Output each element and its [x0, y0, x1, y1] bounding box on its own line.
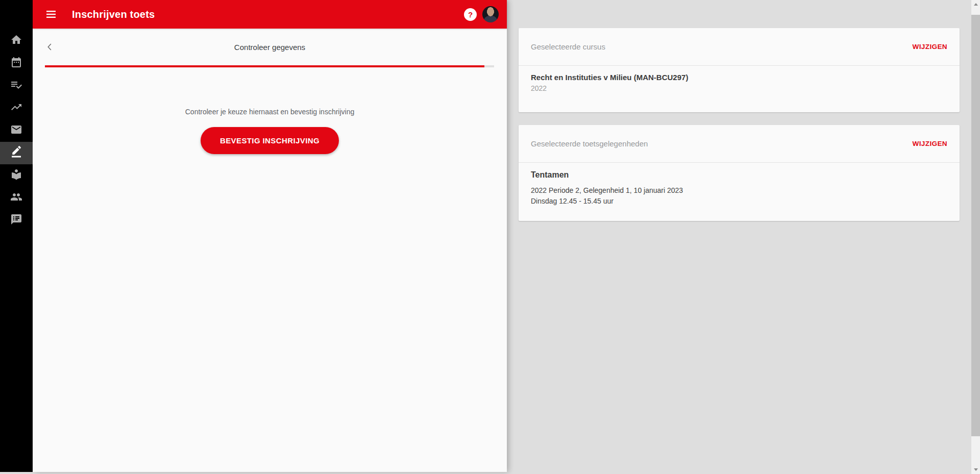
trending-up-icon — [10, 101, 22, 115]
user-avatar[interactable] — [482, 6, 499, 22]
exam-date: 2022 Periode 2, Gelegenheid 1, 10 januar… — [531, 185, 947, 196]
selected-course-body: Recht en Instituties v Milieu (MAN-BCU29… — [519, 66, 960, 112]
course-name: Recht en Instituties v Milieu (MAN-BCU29… — [531, 72, 947, 83]
wizard-body: Controleer je keuze hiernaast en bevesti… — [33, 67, 507, 154]
selected-exam-card-header: Geselecteerde toetsgelegenheden WIJZIGEN — [519, 125, 960, 163]
selected-exam-card: Geselecteerde toetsgelegenheden WIJZIGEN… — [519, 125, 960, 221]
sidebar-item-results[interactable] — [0, 97, 33, 119]
sidebar-item-library[interactable] — [0, 164, 33, 187]
main-content: Inschrijven toets ? Controleer gegevens … — [33, 0, 507, 472]
scrollbar-thumb[interactable] — [971, 15, 980, 436]
change-course-button[interactable]: WIJZIGEN — [913, 43, 947, 51]
hamburger-menu-icon[interactable] — [44, 7, 58, 21]
selected-exam-label: Geselecteerde toetsgelegenheden — [531, 139, 648, 148]
selected-course-label: Geselecteerde cursus — [531, 42, 605, 51]
home-icon — [10, 34, 22, 48]
library-icon — [10, 168, 22, 183]
people-icon — [10, 191, 22, 205]
selection-panel: Geselecteerde cursus WIJZIGEN Recht en I… — [507, 0, 971, 472]
edit-icon — [10, 146, 22, 160]
selected-course-card-header: Geselecteerde cursus WIJZIGEN — [519, 28, 960, 66]
sidebar — [0, 0, 33, 472]
app-bar: Inschrijven toets ? — [33, 0, 507, 29]
chevron-left-icon — [44, 41, 56, 53]
calendar-icon — [10, 56, 22, 70]
instruction-text: Controleer je keuze hiernaast en bevesti… — [33, 108, 507, 116]
sidebar-item-notes[interactable] — [0, 209, 33, 232]
page-title: Inschrijven toets — [72, 9, 155, 20]
step-header: Controleer gegevens — [33, 29, 507, 65]
mail-icon — [10, 123, 22, 138]
sidebar-item-checklist[interactable] — [0, 74, 33, 97]
back-button[interactable] — [43, 40, 57, 54]
checklist-icon — [10, 79, 22, 93]
scrollbar-up-icon[interactable] — [971, 0, 980, 9]
course-year: 2022 — [531, 83, 947, 94]
exam-type: Tentamen — [531, 169, 947, 181]
selected-exam-body: Tentamen 2022 Periode 2, Gelegenheid 1, … — [519, 163, 960, 221]
exam-time: Dinsdag 12.45 - 15.45 uur — [531, 196, 947, 207]
help-icon[interactable]: ? — [464, 8, 477, 21]
step-title: Controleer gegevens — [234, 43, 305, 52]
sidebar-item-calendar[interactable] — [0, 52, 33, 74]
scrollbar-down-icon[interactable] — [971, 465, 980, 474]
sidebar-item-enroll-test[interactable] — [0, 142, 33, 164]
scrollbar-track[interactable] — [971, 0, 980, 474]
sidebar-item-people[interactable] — [0, 187, 33, 209]
sidebar-item-mail[interactable] — [0, 119, 33, 142]
sidebar-item-home[interactable] — [0, 30, 33, 52]
selected-course-card: Geselecteerde cursus WIJZIGEN Recht en I… — [519, 28, 960, 112]
notes-icon — [10, 213, 22, 228]
confirm-enrollment-button[interactable]: BEVESTIG INSCHRIJVING — [201, 127, 339, 154]
app-window: Inschrijven toets ? Controleer gegevens … — [0, 0, 971, 472]
change-exam-button[interactable]: WIJZIGEN — [913, 140, 947, 147]
